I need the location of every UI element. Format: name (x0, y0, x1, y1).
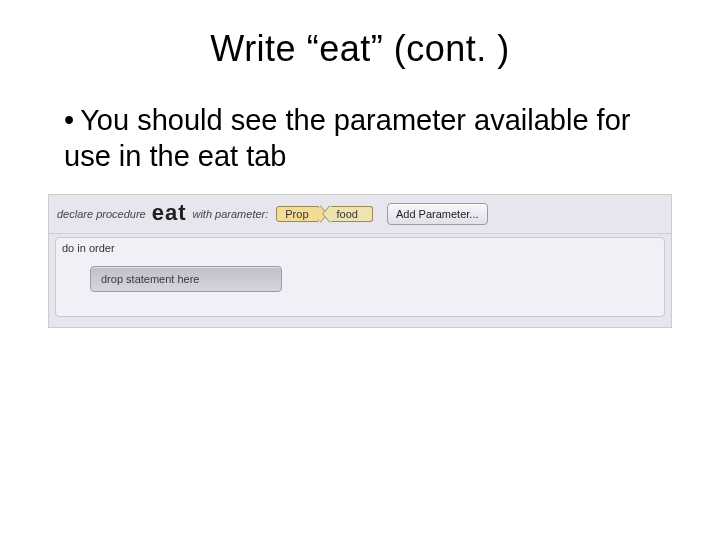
bullet-dot: • (64, 102, 74, 138)
slide-title: Write “eat” (cont. ) (0, 28, 720, 70)
drop-statement-target[interactable]: drop statement here (90, 266, 282, 292)
bullet-text: You should see the parameter available f… (64, 104, 630, 172)
parameter-name-tag[interactable]: food (323, 204, 373, 224)
parameter-type-tag[interactable]: Prop (276, 204, 326, 224)
slide: Write “eat” (cont. ) •You should see the… (0, 0, 720, 540)
bullet-block: •You should see the parameter available … (64, 102, 680, 175)
parameter-type-label: Prop (276, 206, 319, 222)
do-in-order-block[interactable]: do in order drop statement here (55, 237, 665, 317)
add-parameter-button[interactable]: Add Parameter... (387, 203, 488, 225)
procedure-declaration-row: declare procedure eat with parameter: Pr… (49, 195, 671, 234)
do-in-order-label: do in order (56, 238, 664, 260)
declare-suffix: with parameter: (192, 208, 268, 220)
declare-prefix: declare procedure (57, 208, 146, 220)
editor-screenshot: declare procedure eat with parameter: Pr… (48, 194, 672, 328)
procedure-name: eat (152, 200, 187, 226)
parameter-name-label: food (331, 206, 373, 222)
tag-socket-icon (323, 205, 331, 223)
